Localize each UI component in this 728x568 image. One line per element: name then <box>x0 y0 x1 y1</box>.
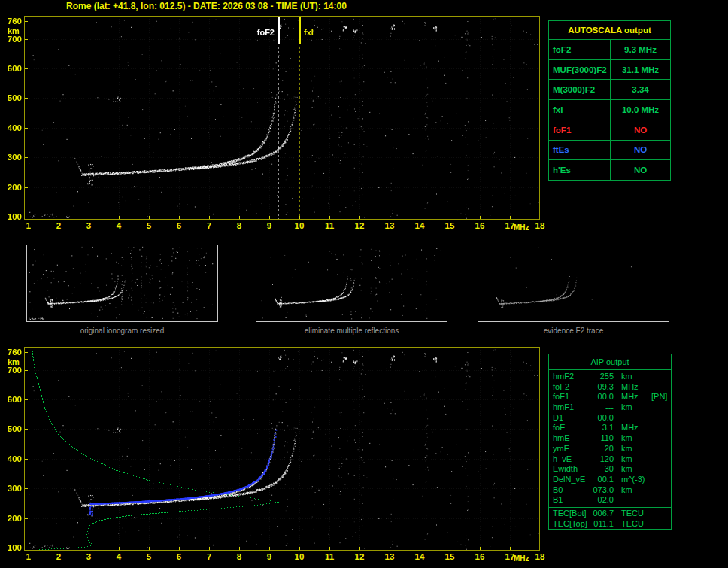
x-axis-tick-label: 13 <box>382 552 397 561</box>
x-axis-tick-label: 10 <box>292 221 307 230</box>
parameter-value: NO <box>611 160 670 180</box>
aip-row: h_vE120km <box>549 454 671 465</box>
parameter-flag <box>648 423 671 433</box>
x-axis-tick-label: 6 <box>171 552 187 561</box>
x-axis-tick-label: 14 <box>412 221 427 230</box>
x-axis-tick-label: 10 <box>292 552 307 561</box>
aip-row: foF100.0MHz[PN] <box>549 392 671 402</box>
aip-row: foF209.3MHz <box>549 382 671 393</box>
parameter-value: 110 <box>590 433 614 444</box>
parameter-label: foF1 <box>549 120 611 140</box>
parameter-flag <box>648 464 671 475</box>
parameter-value: 09.3 <box>590 382 614 393</box>
autoscala-table-title: AUTOSCALA output <box>549 21 670 39</box>
parameter-value: 3.1 <box>590 423 614 433</box>
x-axis-tick-label: 15 <box>442 552 457 561</box>
thumbnail-caption-f2trace: evidence F2 trace <box>478 327 669 335</box>
x-axis-tick-label: 8 <box>232 552 247 561</box>
parameter-unit: TECU <box>614 519 648 530</box>
x-axis-tick-label: 17 <box>502 552 517 561</box>
aip-row: hmE110km <box>549 433 671 444</box>
parameter-flag <box>648 372 671 382</box>
parameter-unit <box>614 413 648 424</box>
y-axis-tick-label: 200 <box>2 183 22 192</box>
parameter-value: 9.3 MHz <box>611 40 670 59</box>
thumbnail-multiple-reflections <box>256 245 447 322</box>
parameter-unit: km <box>614 454 648 465</box>
x-axis-tick-label: 4 <box>111 221 126 230</box>
x-axis-tick-label: 9 <box>262 221 277 230</box>
y-axis-tick-label: 300 <box>2 153 22 162</box>
parameter-value: 10.0 MHz <box>611 100 670 120</box>
x-axis-tick-label: 9 <box>262 552 277 561</box>
parameter-unit: km <box>614 444 648 454</box>
parameter-label: B1 <box>549 495 590 506</box>
parameter-value: 20 <box>590 444 614 454</box>
aip-row: hmF2255km <box>549 372 671 382</box>
autoscala-row: fxI10.0 MHz <box>549 99 670 120</box>
parameter-flag <box>648 454 671 465</box>
fxi-marker-label: fxI <box>304 28 314 37</box>
y-axis-tick-label: 300 <box>2 484 22 493</box>
y-axis-tick-label: 600 <box>2 395 22 404</box>
parameter-label: TEC[Top] <box>549 519 590 530</box>
x-axis-tick-label: 5 <box>141 552 156 561</box>
x-axis-tick-label: 2 <box>51 552 66 561</box>
profile-panel <box>24 347 540 551</box>
aip-table-title: AIP output <box>549 354 671 370</box>
x-axis-tick-label: 17 <box>502 221 517 230</box>
parameter-value: 00.1 <box>590 475 614 485</box>
parameter-value: 120 <box>590 454 614 465</box>
autoscala-row: foF1NO <box>549 120 670 140</box>
station-date-header: Rome (lat: +41.8, lon: 012.5) - DATE: 20… <box>66 1 347 11</box>
x-axis-tick-label: 3 <box>81 221 96 230</box>
x-axis-tick-label: 8 <box>232 221 247 230</box>
parameter-value: 006.7 <box>590 509 614 519</box>
x-axis-tick-label: 3 <box>81 552 96 561</box>
y-axis-tick-label: 700 <box>2 366 22 375</box>
aip-row: Ewidth30km <box>549 464 671 475</box>
aip-row: TEC[Top]011.1TECU <box>549 519 671 530</box>
aip-row: hmF1---km <box>549 402 671 413</box>
thumbnail-caption-reflections: eliminate multiple reflections <box>256 327 447 335</box>
x-axis-tick-label: 7 <box>202 552 217 561</box>
parameter-label: foF2 <box>549 40 611 59</box>
y-axis-tick-label: 500 <box>2 93 22 102</box>
autoscala-output-table: AUTOSCALA output foF29.3 MHzMUF(3000)F23… <box>548 20 671 181</box>
x-axis-tick-label: 1 <box>21 221 36 230</box>
parameter-flag <box>648 444 671 454</box>
parameter-label: fxI <box>549 100 611 120</box>
x-axis-tick-label: 11 <box>322 221 337 230</box>
x-axis-tick-label: 12 <box>352 552 367 561</box>
parameter-label: foF2 <box>549 382 590 393</box>
y-axis-tick-label: 400 <box>2 454 22 463</box>
parameter-value: NO <box>611 141 670 160</box>
autoscala-window: Rome (lat: +41.8, lon: 012.5) - DATE: 20… <box>0 0 728 568</box>
parameter-value: 011.1 <box>590 519 614 530</box>
parameter-unit: km <box>614 402 648 413</box>
x-axis-tick-label: 11 <box>322 552 337 561</box>
autoscala-row: foF29.3 MHz <box>549 39 670 59</box>
parameter-label: ymE <box>549 444 590 454</box>
aip-row: foE3.1MHz <box>549 423 671 433</box>
parameter-value: 02.0 <box>590 495 614 506</box>
parameter-flag <box>648 413 671 424</box>
parameter-unit: MHz <box>614 423 648 433</box>
parameter-unit: km <box>614 372 648 382</box>
x-axis-tick-label: 1 <box>21 552 36 561</box>
y-axis-tick-label: 760 <box>2 17 22 26</box>
ionogram-canvas <box>25 17 539 219</box>
parameter-unit: km <box>614 433 648 444</box>
thumbnail-caption-original: original ionogram resized <box>26 327 218 335</box>
parameter-value: 00.0 <box>590 413 614 424</box>
aip-row: TEC[Bot]006.7TECU <box>549 509 671 519</box>
parameter-value: 255 <box>590 372 614 382</box>
x-axis-tick-label: 7 <box>202 221 217 230</box>
parameter-label: Ewidth <box>549 464 590 475</box>
parameter-label: D1 <box>549 413 590 424</box>
y-axis-tick-label: 500 <box>2 424 22 433</box>
parameter-unit: MHz <box>614 382 648 393</box>
thumbnail-original-ionogram <box>26 245 218 322</box>
parameter-label: h'Es <box>549 160 611 180</box>
parameter-label: DelN_vE <box>549 475 590 485</box>
